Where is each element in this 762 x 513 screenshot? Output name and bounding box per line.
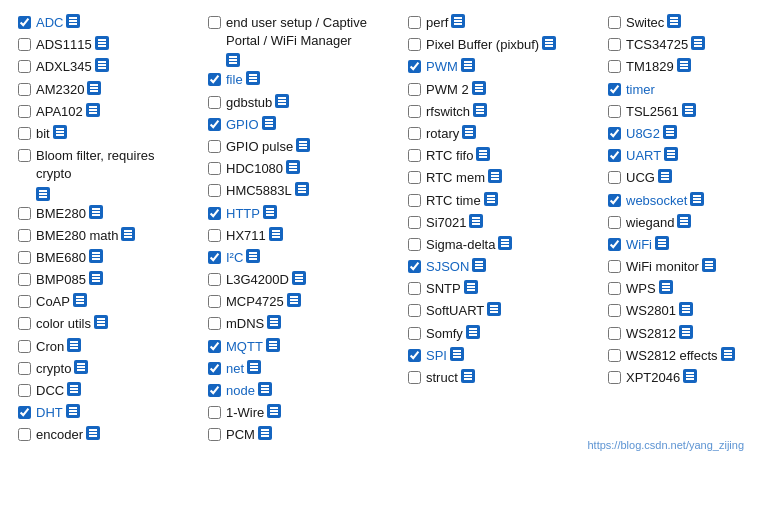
doc-icon[interactable]: [690, 192, 704, 206]
checkbox-http[interactable]: [208, 207, 221, 220]
doc-icon[interactable]: [461, 369, 475, 383]
doc-icon[interactable]: [664, 147, 678, 161]
doc-icon[interactable]: [679, 325, 693, 339]
checkbox-end-user-setup-/-captive-portal-/-wifi-manager[interactable]: [208, 16, 221, 29]
doc-icon[interactable]: [659, 280, 673, 294]
doc-icon[interactable]: [462, 125, 476, 139]
doc-icon[interactable]: [472, 258, 486, 272]
doc-icon[interactable]: [677, 58, 691, 72]
doc-icon[interactable]: [246, 71, 260, 85]
checkbox-bme280-math[interactable]: [18, 229, 31, 242]
checkbox-rfswitch[interactable]: [408, 105, 421, 118]
doc-icon[interactable]: [67, 382, 81, 396]
checkbox-apa102[interactable]: [18, 105, 31, 118]
doc-icon[interactable]: [266, 338, 280, 352]
doc-icon[interactable]: [655, 236, 669, 250]
checkbox-tm1829[interactable]: [608, 60, 621, 73]
doc-icon[interactable]: [677, 214, 691, 228]
doc-icon[interactable]: [451, 14, 465, 28]
doc-icon[interactable]: [292, 271, 306, 285]
doc-icon[interactable]: [89, 271, 103, 285]
checkbox-file[interactable]: [208, 73, 221, 86]
checkbox-mcp4725[interactable]: [208, 295, 221, 308]
checkbox-pwm-2[interactable]: [408, 83, 421, 96]
doc-icon[interactable]: [36, 187, 50, 201]
doc-icon[interactable]: [473, 103, 487, 117]
doc-icon[interactable]: [73, 293, 87, 307]
doc-icon[interactable]: [87, 81, 101, 95]
checkbox-rtc-mem[interactable]: [408, 171, 421, 184]
doc-icon[interactable]: [258, 382, 272, 396]
doc-icon[interactable]: [258, 426, 272, 440]
checkbox-tcs34725[interactable]: [608, 38, 621, 51]
checkbox-sigma-delta[interactable]: [408, 238, 421, 251]
checkbox-hdc1080[interactable]: [208, 162, 221, 175]
checkbox-i²c[interactable]: [208, 251, 221, 264]
doc-icon[interactable]: [464, 280, 478, 294]
doc-icon[interactable]: [53, 125, 67, 139]
doc-icon[interactable]: [86, 426, 100, 440]
doc-icon[interactable]: [89, 249, 103, 263]
checkbox-net[interactable]: [208, 362, 221, 375]
checkbox-pwm[interactable]: [408, 60, 421, 73]
checkbox-websocket[interactable]: [608, 194, 621, 207]
checkbox-mdns[interactable]: [208, 317, 221, 330]
doc-icon[interactable]: [498, 236, 512, 250]
doc-icon[interactable]: [663, 125, 677, 139]
checkbox-bme680[interactable]: [18, 251, 31, 264]
doc-icon[interactable]: [679, 302, 693, 316]
doc-icon[interactable]: [269, 227, 283, 241]
checkbox-dcc[interactable]: [18, 384, 31, 397]
checkbox-ads1115[interactable]: [18, 38, 31, 51]
doc-icon[interactable]: [86, 103, 100, 117]
doc-icon[interactable]: [95, 36, 109, 50]
doc-icon[interactable]: [286, 160, 300, 174]
doc-icon[interactable]: [450, 347, 464, 361]
checkbox-encoder[interactable]: [18, 428, 31, 441]
doc-icon[interactable]: [691, 36, 705, 50]
checkbox-crypto[interactable]: [18, 362, 31, 375]
doc-icon[interactable]: [476, 147, 490, 161]
doc-icon[interactable]: [466, 325, 480, 339]
doc-icon[interactable]: [461, 58, 475, 72]
doc-icon[interactable]: [667, 14, 681, 28]
checkbox-bloom-filter,-requires-crypto[interactable]: [18, 149, 31, 162]
checkbox-am2320[interactable]: [18, 83, 31, 96]
checkbox-node[interactable]: [208, 384, 221, 397]
checkbox-sjson[interactable]: [408, 260, 421, 273]
checkbox-sntp[interactable]: [408, 282, 421, 295]
checkbox-rotary[interactable]: [408, 127, 421, 140]
checkbox-si7021[interactable]: [408, 216, 421, 229]
doc-icon[interactable]: [287, 293, 301, 307]
checkbox-color-utils[interactable]: [18, 317, 31, 330]
checkbox-pixel-buffer-(pixbuf)[interactable]: [408, 38, 421, 51]
checkbox-adc[interactable]: [18, 16, 31, 29]
checkbox-softuart[interactable]: [408, 304, 421, 317]
checkbox-perf[interactable]: [408, 16, 421, 29]
doc-icon[interactable]: [469, 214, 483, 228]
doc-icon[interactable]: [484, 192, 498, 206]
checkbox-wps[interactable]: [608, 282, 621, 295]
doc-icon[interactable]: [487, 302, 501, 316]
doc-icon[interactable]: [721, 347, 735, 361]
checkbox-ws2812[interactable]: [608, 327, 621, 340]
checkbox-ws2801[interactable]: [608, 304, 621, 317]
doc-icon[interactable]: [89, 205, 103, 219]
checkbox-wiegand[interactable]: [608, 216, 621, 229]
checkbox-bmp085[interactable]: [18, 273, 31, 286]
checkbox-wifi-monitor[interactable]: [608, 260, 621, 273]
checkbox-gpio-pulse[interactable]: [208, 140, 221, 153]
doc-icon[interactable]: [472, 81, 486, 95]
checkbox-mqtt[interactable]: [208, 340, 221, 353]
doc-icon[interactable]: [683, 369, 697, 383]
doc-icon[interactable]: [94, 315, 108, 329]
doc-icon[interactable]: [267, 315, 281, 329]
checkbox-ws2812-effects[interactable]: [608, 349, 621, 362]
doc-icon[interactable]: [296, 138, 310, 152]
checkbox-1-wire[interactable]: [208, 406, 221, 419]
checkbox-bme280[interactable]: [18, 207, 31, 220]
doc-icon[interactable]: [121, 227, 135, 241]
doc-icon[interactable]: [263, 205, 277, 219]
checkbox-uart[interactable]: [608, 149, 621, 162]
doc-icon[interactable]: [66, 14, 80, 28]
